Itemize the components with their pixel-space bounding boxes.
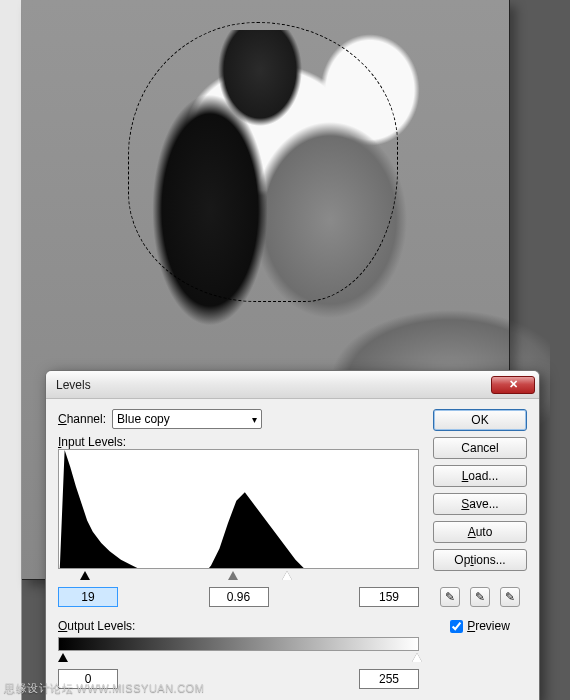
- input-white-slider[interactable]: [282, 571, 292, 580]
- gray-point-dropper[interactable]: ✎: [470, 587, 490, 607]
- output-slider-track[interactable]: [58, 653, 419, 665]
- input-white-field[interactable]: 159: [359, 587, 419, 607]
- ok-button[interactable]: OK: [433, 409, 527, 431]
- output-white-field[interactable]: 255: [359, 669, 419, 689]
- output-white-slider[interactable]: [412, 653, 422, 662]
- dialog-titlebar[interactable]: Levels ✕: [46, 371, 539, 399]
- auto-button[interactable]: Auto: [433, 521, 527, 543]
- channel-value: Blue copy: [117, 412, 170, 426]
- dropper-icon: ✎: [505, 590, 515, 604]
- watermark-text: 思缘设计论坛 WWW.MISSYUAN.COM: [4, 681, 204, 696]
- output-black-slider[interactable]: [58, 653, 68, 662]
- dropper-icon: ✎: [475, 590, 485, 604]
- input-gamma-slider[interactable]: [228, 571, 238, 580]
- levels-dialog: Levels ✕ Channel: Channel: Blue copy ▾ I…: [45, 370, 540, 700]
- black-point-dropper[interactable]: ✎: [440, 587, 460, 607]
- close-icon: ✕: [509, 378, 518, 391]
- channel-select[interactable]: Blue copy ▾: [112, 409, 262, 429]
- histogram[interactable]: [58, 449, 419, 569]
- selection-marquee[interactable]: [128, 22, 398, 302]
- cancel-button[interactable]: Cancel: [433, 437, 527, 459]
- input-levels-label: Input Levels:: [58, 435, 419, 449]
- ruler-vertical[interactable]: [0, 0, 22, 700]
- svg-marker-0: [59, 450, 418, 569]
- dialog-title: Levels: [56, 378, 491, 392]
- output-gradient[interactable]: [58, 637, 419, 651]
- output-levels-label: Output Levels:: [58, 619, 419, 633]
- channel-label: Channel:: [58, 412, 106, 426]
- input-gamma-field[interactable]: 0.96: [209, 587, 269, 607]
- save-button[interactable]: Save...: [433, 493, 527, 515]
- load-button[interactable]: Load...: [433, 465, 527, 487]
- close-button[interactable]: ✕: [491, 376, 535, 394]
- dropper-icon: ✎: [445, 590, 455, 604]
- preview-label[interactable]: Preview: [467, 619, 510, 633]
- options-button[interactable]: Options...: [433, 549, 527, 571]
- histogram-svg: [59, 450, 418, 569]
- input-black-slider[interactable]: [80, 571, 90, 580]
- input-slider-track[interactable]: [58, 571, 419, 583]
- white-point-dropper[interactable]: ✎: [500, 587, 520, 607]
- preview-checkbox[interactable]: [450, 620, 463, 633]
- chevron-down-icon: ▾: [252, 414, 257, 425]
- input-black-field[interactable]: 19: [58, 587, 118, 607]
